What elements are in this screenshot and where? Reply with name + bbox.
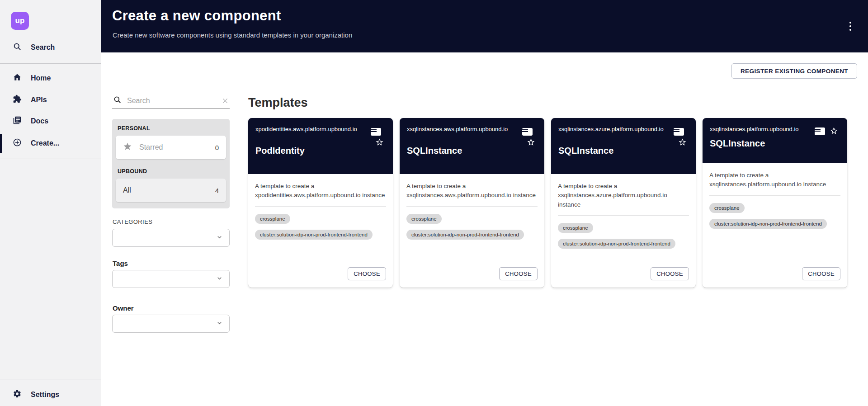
sidebar-item-label: APIs — [31, 96, 47, 104]
template-badge-icon — [674, 128, 684, 136]
chevron-down-icon — [216, 320, 223, 328]
register-existing-component-button[interactable]: REGISTER EXISTING COMPONENT — [731, 63, 857, 79]
template-card-body: A template to create a xpodidentities.aw… — [248, 174, 393, 288]
page-header: Create a new component Create new softwa… — [101, 0, 868, 52]
chevron-down-icon — [216, 234, 223, 242]
ownership-filter-panel: PERSONAL Starred 0 UPBOUND All 4 — [112, 119, 230, 208]
sidebar-divider — [0, 159, 101, 159]
owner-label: Owner — [113, 304, 230, 312]
template-cards-grid: xpodidentities.aws.platform.upbound.io P… — [248, 118, 847, 288]
starred-filter-row[interactable]: Starred 0 — [116, 136, 226, 159]
star-outline-icon[interactable] — [375, 138, 384, 146]
template-tags: crossplane cluster:solution-idp-non-prod… — [406, 214, 538, 240]
page-title: Create a new component — [112, 8, 281, 24]
template-card-body: A template to create a xsqlinstances.aws… — [400, 174, 544, 288]
sidebar-item-home[interactable]: Home — [0, 68, 101, 88]
template-card-body: A template to create a xsqlinstances.pla… — [703, 163, 847, 288]
upbound-section-label: UPBOUND — [118, 168, 226, 175]
template-card-header: xpodidentities.aws.platform.upbound.io P… — [248, 118, 393, 174]
tag-chip[interactable]: crossplane — [558, 223, 593, 233]
personal-section-label: PERSONAL — [118, 125, 226, 132]
template-description: A template to create a xsqlinstances.pla… — [709, 171, 840, 189]
sidebar-item-label: Settings — [31, 391, 59, 399]
sidebar-item-docs[interactable]: Docs — [0, 111, 101, 131]
template-badge-icon — [522, 128, 533, 136]
docs-icon — [13, 116, 22, 127]
template-title: SQLInstance — [710, 138, 840, 149]
tag-chip[interactable]: cluster:solution-idp-non-prod-frontend-f… — [255, 230, 373, 240]
template-title: SQLInstance — [407, 146, 537, 156]
template-card: xsqlinstances.platform.upbound.io SQLIns… — [703, 118, 847, 288]
card-divider — [709, 195, 840, 196]
card-divider — [255, 206, 386, 207]
template-title: SQLInstance — [558, 146, 689, 156]
kebab-menu-icon[interactable] — [844, 20, 856, 33]
tags-select[interactable] — [112, 270, 230, 288]
search-icon — [113, 95, 122, 106]
template-description: A template to create a xsqlinstances.azu… — [558, 182, 689, 209]
starred-count: 0 — [215, 144, 219, 151]
sidebar-item-search[interactable]: Search — [0, 38, 101, 57]
categories-select[interactable] — [112, 229, 230, 247]
template-title: PodIdentity — [255, 146, 386, 156]
template-tags: crossplane cluster:solution-idp-non-prod… — [709, 203, 840, 229]
clear-search-icon[interactable] — [222, 97, 229, 104]
upbound-logo[interactable]: up — [11, 12, 29, 30]
puzzle-icon — [13, 94, 22, 105]
sidebar-item-settings[interactable]: Settings — [0, 385, 101, 405]
star-outline-icon[interactable] — [830, 127, 838, 135]
star-icon — [123, 142, 132, 153]
template-description: A template to create a xsqlinstances.aws… — [406, 182, 538, 200]
all-filter-row[interactable]: All 4 — [116, 179, 226, 202]
templates-heading: Templates — [248, 96, 847, 110]
tag-chip[interactable]: crossplane — [255, 214, 290, 224]
template-badge-icon — [371, 128, 381, 136]
tag-chip[interactable]: cluster:solution-idp-non-prod-frontend-f… — [406, 230, 524, 240]
template-tags: crossplane cluster:solution-idp-non-prod… — [255, 214, 386, 240]
choose-button[interactable]: CHOOSE — [802, 267, 840, 280]
sidebar-item-label: Docs — [31, 117, 48, 125]
tag-chip[interactable]: cluster:solution-idp-non-prod-frontend-f… — [558, 239, 675, 249]
active-item-indicator — [0, 134, 2, 153]
card-divider — [406, 206, 538, 207]
sidebar-item-create[interactable]: Create... — [0, 133, 101, 153]
all-count: 4 — [215, 187, 219, 194]
home-icon — [13, 73, 22, 84]
search-input[interactable] — [127, 97, 208, 105]
tag-chip[interactable]: cluster:solution-idp-non-prod-frontend-f… — [709, 219, 827, 229]
chevron-down-icon — [216, 275, 223, 283]
sidebar: up Search Home APIs Doc — [0, 0, 101, 406]
template-tags: crossplane cluster:solution-idp-non-prod… — [558, 223, 689, 249]
all-label: All — [123, 186, 131, 194]
sidebar-divider — [0, 379, 101, 379]
tag-chip[interactable]: crossplane — [406, 214, 442, 224]
template-description: A template to create a xpodidentities.aw… — [255, 182, 386, 200]
tags-label: Tags — [113, 260, 230, 267]
choose-button[interactable]: CHOOSE — [499, 267, 538, 280]
sidebar-divider — [0, 63, 101, 64]
template-card-header: xsqlinstances.platform.upbound.io SQLIns… — [703, 118, 847, 163]
star-outline-icon[interactable] — [678, 138, 687, 146]
star-outline-icon[interactable] — [527, 138, 535, 146]
add-circle-icon — [13, 138, 22, 149]
template-card-body: A template to create a xsqlinstances.azu… — [551, 174, 696, 288]
choose-button[interactable]: CHOOSE — [651, 267, 689, 280]
template-kind-caption: xpodidentities.aws.platform.upbound.io — [255, 125, 386, 133]
owner-select[interactable] — [112, 315, 230, 333]
template-card: xpodidentities.aws.platform.upbound.io P… — [248, 118, 393, 288]
choose-button[interactable]: CHOOSE — [348, 267, 386, 280]
template-card: xsqlinstances.aws.platform.upbound.io SQ… — [400, 118, 544, 288]
filters-panel: PERSONAL Starred 0 UPBOUND All 4 CATEGOR… — [112, 93, 230, 333]
template-card-header: xsqlinstances.aws.platform.upbound.io SQ… — [400, 118, 544, 174]
search-icon — [13, 42, 22, 53]
page-subtitle: Create new software components using sta… — [113, 31, 352, 39]
template-kind-caption: xsqlinstances.azure.platform.upbound.io — [558, 125, 689, 133]
template-search-field[interactable] — [112, 93, 230, 109]
sidebar-item-apis[interactable]: APIs — [0, 90, 101, 110]
gear-icon — [13, 389, 22, 400]
tag-chip[interactable]: crossplane — [709, 203, 745, 213]
templates-section: Templates xpodidentities.aws.platform.up… — [248, 96, 847, 288]
template-card: xsqlinstances.azure.platform.upbound.io … — [551, 118, 696, 288]
card-divider — [558, 215, 689, 216]
sidebar-item-label: Search — [31, 43, 55, 52]
